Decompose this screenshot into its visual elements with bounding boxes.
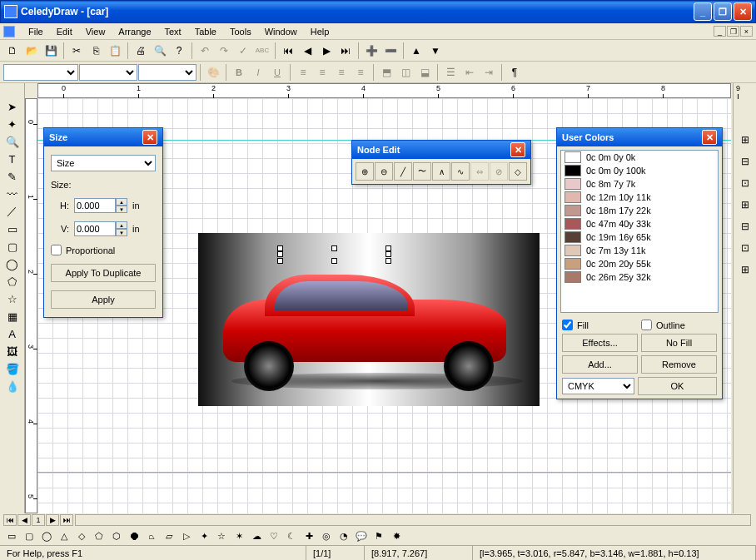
indent-dec-button[interactable]: ⇤ bbox=[460, 63, 479, 82]
color-item[interactable]: 0c 7m 13y 11k bbox=[561, 244, 718, 257]
maximize-button[interactable]: ❐ bbox=[714, 2, 732, 21]
color-mode-combo[interactable]: CMYK bbox=[562, 378, 634, 394]
align-tool-6[interactable]: ⊡ bbox=[736, 240, 754, 256]
page-nav-next[interactable]: ▶ bbox=[46, 514, 59, 526]
bold-button[interactable]: B bbox=[230, 63, 248, 82]
add-color-button[interactable]: Add... bbox=[562, 355, 638, 374]
page-down-button[interactable]: ▼ bbox=[426, 42, 445, 60]
shape-diamond[interactable]: ◇ bbox=[73, 528, 90, 543]
size-mode-combo[interactable]: Size bbox=[51, 155, 156, 171]
shape-heart[interactable]: ♡ bbox=[266, 528, 282, 543]
last-page-button[interactable]: ⏭ bbox=[336, 42, 355, 60]
pilcrow-button[interactable]: ¶ bbox=[505, 63, 524, 82]
selection-handle[interactable] bbox=[385, 251, 391, 257]
menu-view[interactable]: View bbox=[79, 25, 112, 38]
font-color-button[interactable]: 🎨 bbox=[204, 63, 222, 82]
valign-mid-button[interactable]: ◫ bbox=[396, 63, 415, 82]
menu-tools[interactable]: Tools bbox=[223, 25, 258, 38]
page-tab-1[interactable]: 1 bbox=[32, 514, 45, 526]
v-spin-down[interactable]: ▼ bbox=[116, 229, 127, 236]
text-tool[interactable]: T bbox=[3, 151, 22, 167]
node-line-button[interactable]: ╱ bbox=[394, 162, 412, 181]
align-tool-4[interactable]: ⊞ bbox=[736, 196, 754, 213]
polygon-tool[interactable]: ⬠ bbox=[3, 273, 22, 290]
next-page-button[interactable]: ▶ bbox=[317, 42, 336, 60]
ok-button[interactable]: OK bbox=[638, 377, 717, 395]
node-curve-button[interactable]: 〜 bbox=[413, 162, 431, 181]
shape-rrect[interactable]: ▢ bbox=[21, 528, 37, 543]
size-panel-title[interactable]: Size ✕ bbox=[44, 128, 162, 146]
shape-pent[interactable]: ⬠ bbox=[91, 528, 107, 543]
shape-bubble[interactable]: 💬 bbox=[353, 528, 370, 543]
shape-rect[interactable]: ▭ bbox=[3, 528, 20, 543]
colors-panel-close[interactable]: ✕ bbox=[702, 130, 717, 145]
color-item[interactable]: 0c 0m 0y 100k bbox=[561, 164, 718, 177]
color-item[interactable]: 0c 8m 7y 7k bbox=[561, 177, 718, 191]
horizontal-scrollbar[interactable] bbox=[75, 514, 751, 526]
shape-cross[interactable]: ✚ bbox=[301, 528, 317, 543]
zoom-tool[interactable]: 🔍 bbox=[3, 133, 22, 150]
shape-cloud[interactable]: ☁ bbox=[248, 528, 265, 543]
colors-panel-title[interactable]: User Colors ✕ bbox=[557, 128, 722, 146]
print-button[interactable]: 🖨 bbox=[132, 42, 150, 60]
mdi-minimize[interactable]: _ bbox=[714, 26, 726, 37]
shape-pie[interactable]: ◔ bbox=[336, 528, 352, 543]
shape-star5[interactable]: ☆ bbox=[213, 528, 230, 543]
effects-button[interactable]: Effects... bbox=[562, 334, 638, 352]
document-icon[interactable] bbox=[3, 26, 15, 37]
textframe-tool[interactable]: A bbox=[3, 325, 22, 342]
shape-star6[interactable]: ✶ bbox=[231, 528, 247, 543]
shape-moon[interactable]: ☾ bbox=[283, 528, 300, 543]
valign-top-button[interactable]: ⬒ bbox=[377, 63, 395, 82]
shape-trap[interactable]: ⏢ bbox=[143, 528, 160, 543]
freehand-tool[interactable]: ✎ bbox=[3, 168, 22, 185]
valign-bot-button[interactable]: ⬓ bbox=[415, 63, 434, 82]
remove-page-button[interactable]: ➖ bbox=[381, 42, 400, 60]
align-right-button[interactable]: ≡ bbox=[332, 63, 351, 82]
redo-button[interactable]: ↷ bbox=[215, 42, 233, 60]
align-tool-5[interactable]: ⊟ bbox=[736, 218, 754, 235]
color-item[interactable]: 0c 12m 10y 11k bbox=[561, 191, 718, 204]
menu-text[interactable]: Text bbox=[158, 25, 188, 38]
shape-ellipse[interactable]: ◯ bbox=[38, 528, 55, 543]
node-panel-title[interactable]: Node Edit ✕ bbox=[352, 141, 530, 159]
help-button[interactable]: ? bbox=[170, 42, 188, 60]
paste-button[interactable]: 📋 bbox=[106, 42, 124, 60]
shape-para[interactable]: ▱ bbox=[161, 528, 177, 543]
undo-button[interactable]: ↶ bbox=[196, 42, 214, 60]
first-page-button[interactable]: ⏮ bbox=[279, 42, 297, 60]
outline-check[interactable] bbox=[641, 320, 652, 330]
h-spin-up[interactable]: ▲ bbox=[116, 198, 127, 206]
abc-button[interactable]: ABC bbox=[253, 42, 271, 60]
color-item[interactable]: 0c 47m 40y 33k bbox=[561, 217, 718, 230]
new-button[interactable]: 🗋 bbox=[3, 42, 22, 60]
align-tool-3[interactable]: ⊡ bbox=[736, 175, 754, 191]
close-button[interactable]: ✕ bbox=[734, 2, 752, 21]
size-panel[interactable]: Size ✕ Size Size: H: ▲▼ in V: ▲▼ in Prop… bbox=[43, 127, 163, 318]
eyedrop-tool[interactable]: 💧 bbox=[3, 378, 22, 394]
page-up-button[interactable]: ▲ bbox=[407, 42, 425, 60]
cut-button[interactable]: ✂ bbox=[67, 42, 86, 60]
minimize-button[interactable]: _ bbox=[694, 2, 712, 21]
color-item[interactable]: 0c 20m 20y 55k bbox=[561, 257, 718, 270]
selection-handle[interactable] bbox=[385, 245, 391, 251]
proportional-check[interactable] bbox=[51, 245, 62, 255]
fontsize-combo[interactable] bbox=[79, 64, 137, 81]
color-item[interactable]: 0c 19m 16y 65k bbox=[561, 230, 718, 244]
node-cusp-button[interactable]: ∧ bbox=[432, 162, 450, 181]
shape-tri[interactable]: △ bbox=[56, 528, 72, 543]
font-combo[interactable] bbox=[3, 64, 78, 81]
color-item[interactable]: 0c 26m 25y 32k bbox=[561, 270, 718, 284]
save-button[interactable]: 💾 bbox=[42, 42, 60, 60]
apply-duplicate-button[interactable]: Apply To Duplicate bbox=[51, 264, 156, 282]
indent-inc-button[interactable]: ⇥ bbox=[480, 63, 498, 82]
open-button[interactable]: 📂 bbox=[22, 42, 41, 60]
align-tool-1[interactable]: ⊞ bbox=[736, 131, 754, 148]
menu-edit[interactable]: Edit bbox=[50, 25, 79, 38]
align-tool-2[interactable]: ⊟ bbox=[736, 153, 754, 170]
size-panel-close[interactable]: ✕ bbox=[142, 130, 157, 145]
node-tool[interactable]: ✦ bbox=[3, 116, 22, 132]
align-tool-7[interactable]: ⊞ bbox=[736, 261, 754, 278]
rect-tool[interactable]: ▭ bbox=[3, 221, 22, 237]
nofill-button[interactable]: No Fill bbox=[641, 334, 717, 352]
